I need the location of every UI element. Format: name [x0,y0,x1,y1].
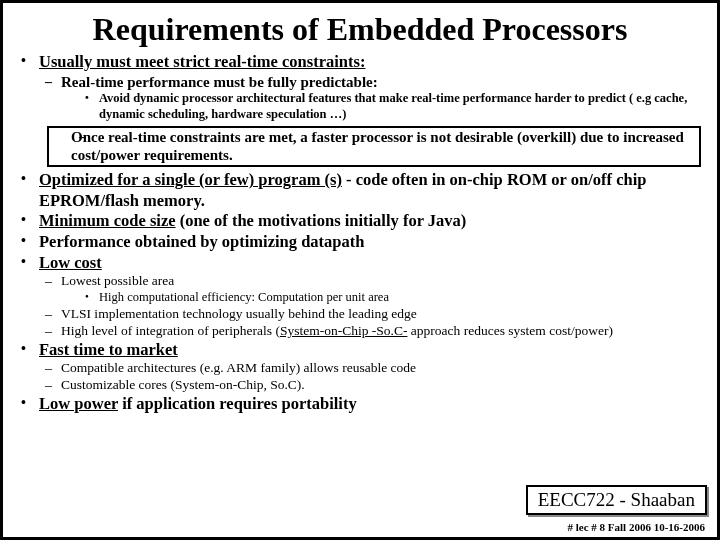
bullet-ttm: Fast time to market [19,340,701,361]
bullet-area: Lowest possible area [19,273,701,290]
bullet-compat: Compatible architectures (e.g. ARM famil… [19,360,701,377]
text: Low power [39,394,118,413]
bullet-lowcost: Low cost [19,253,701,274]
text: Optimized for a single (or few) program … [39,170,342,189]
course-badge: EECC722 - Shaaban [526,485,707,515]
bullet-codesize: Minimum code size (one of the motivation… [19,211,701,232]
highlight-box: Once real-time constraints are met, a fa… [47,126,701,168]
text: Fast time to market [39,340,178,359]
text: Minimum code size [39,211,176,230]
bullet-realtime: Usually must meet strict real-time const… [19,52,701,73]
text: (one of the motivations initially for Ja… [176,211,467,230]
bullet-soc: High level of integration of peripherals… [19,323,701,340]
text: System-on-Chip -So.C- [280,323,408,338]
bullet-avoid-dynamic: Avoid dynamic processor architectural fe… [19,91,701,122]
bullet-efficiency: High computational efficiency: Computati… [19,290,701,306]
bullet-optimized: Optimized for a single (or few) program … [19,170,701,211]
content-list: Usually must meet strict real-time const… [19,52,701,123]
text: approach reduces system cost/power) [407,323,612,338]
bullet-custom: Customizable cores (System-on-Chip, So.C… [19,377,701,394]
bullet-datapath: Performance obtained by optimizing datap… [19,232,701,253]
content-list-2: Optimized for a single (or few) program … [19,170,701,414]
slide-frame: Requirements of Embedded Processors Usua… [0,0,720,540]
slide-title: Requirements of Embedded Processors [19,11,701,48]
bullet-predictable: Real-time performance must be fully pred… [19,73,701,92]
bullet-overkill: Once real-time constraints are met, a fa… [53,128,695,166]
text: Low cost [39,253,102,272]
bullet-vlsi: VLSI implementation technology usually b… [19,306,701,323]
footer-meta: # lec # 8 Fall 2006 10-16-2006 [568,521,705,533]
text: High level of integration of peripherals… [61,323,280,338]
bullet-lowpower: Low power if application requires portab… [19,394,701,415]
text: Usually must meet strict real-time const… [39,52,365,71]
text: if application requires portability [118,394,357,413]
